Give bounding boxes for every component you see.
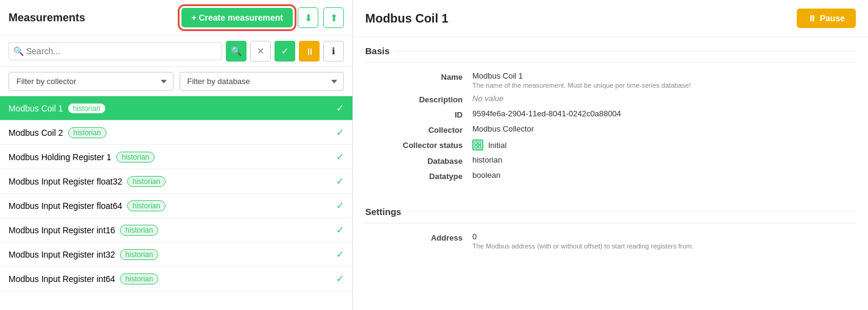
filter-collector-select[interactable]: Filter by collector: [9, 72, 173, 91]
id-value: 9594fe6a-2904-11ed-8041-0242c0a88004: [472, 109, 856, 118]
check-icon: ✓: [336, 127, 344, 138]
address-value-wrap: 0 The Modbus address (with or without of…: [472, 232, 856, 250]
measurements-list: Modbus Coil 1historian✓Modbus Coil 2hist…: [0, 96, 352, 310]
check-icon: ✓: [336, 175, 344, 187]
collector-label: Collector: [365, 124, 463, 135]
select-all-icon: ✓: [281, 46, 289, 57]
measurement-item[interactable]: Modbus Input Register float64historian✓: [0, 194, 352, 218]
settings-section-header: Settings: [365, 198, 856, 224]
left-header: Measurements + Create measurement ⬇ ⬆: [0, 0, 352, 36]
pause-label: Pause: [820, 13, 845, 23]
measurement-name: Modbus Input Register float64: [9, 201, 122, 211]
create-measurement-button[interactable]: + Create measurement: [181, 8, 293, 27]
collector-status-value: Initial: [488, 141, 506, 150]
search-button[interactable]: 🔍: [226, 41, 247, 62]
address-subtext: The Modbus address (with or without offs…: [472, 242, 856, 250]
clear-icon: ✕: [257, 46, 265, 57]
measurement-name: Modbus Holding Register 1: [9, 152, 111, 162]
name-label: Name: [365, 71, 463, 82]
collector-field-row: Collector Modbus Collector: [365, 124, 856, 135]
description-field-row: Description No value: [365, 94, 856, 104]
check-icon: ✓: [336, 200, 344, 211]
check-icon: ✓: [336, 224, 344, 236]
name-value-wrap: Modbus Coil 1 The name of the measuremen…: [472, 71, 856, 89]
measurement-item[interactable]: Modbus Holding Register 1historian✓: [0, 145, 352, 169]
check-icon: ✓: [336, 102, 344, 114]
export-button[interactable]: ⬇: [298, 7, 318, 28]
address-value: 0: [472, 232, 856, 241]
historian-badge: historian: [127, 176, 166, 187]
pause-all-icon: ⏸: [305, 46, 314, 57]
filter-database-select[interactable]: Filter by database: [180, 72, 345, 91]
historian-badge: historian: [120, 225, 158, 236]
collector-status-label: Collector status: [365, 139, 463, 150]
info-icon: ℹ: [332, 46, 335, 57]
right-header: Modbus Coil 1 ⏸ Pause: [353, 0, 868, 37]
info-button[interactable]: ℹ: [323, 41, 344, 62]
detail-title: Modbus Coil 1: [365, 12, 449, 26]
left-panel: Measurements + Create measurement ⬇ ⬆ 🔍 …: [0, 0, 353, 310]
name-subtext: The name of the measurement. Must be uni…: [472, 82, 856, 89]
measurement-item[interactable]: Modbus Input Register float32historian✓: [0, 169, 352, 194]
collector-status-wrap: Initial: [472, 139, 856, 150]
search-row: 🔍 🔍 ✕ ✓ ⏸ ℹ: [0, 36, 352, 67]
measurement-item[interactable]: Modbus Coil 2historian✓: [0, 121, 352, 145]
datatype-value: boolean: [472, 171, 856, 180]
select-all-button[interactable]: ✓: [275, 41, 295, 62]
search-icon: 🔍: [13, 46, 24, 56]
pause-button[interactable]: ⏸ Pause: [797, 9, 856, 28]
address-label: Address: [365, 232, 463, 242]
measurement-name: Modbus Input Register float32: [9, 177, 122, 186]
collector-value: Modbus Collector: [472, 124, 856, 133]
measurement-item[interactable]: Modbus Coil 1historian✓: [0, 96, 352, 121]
clear-search-button[interactable]: ✕: [250, 41, 271, 62]
database-value: historian: [472, 155, 856, 164]
database-label: Database: [365, 155, 463, 166]
settings-section-title: Settings: [365, 206, 401, 217]
filter-row: Filter by collector Filter by database: [0, 67, 352, 96]
settings-section: Settings Address 0 The Modbus address (w…: [353, 198, 868, 267]
basis-section: Basis Name Modbus Coil 1 The name of the…: [353, 37, 868, 198]
measurement-name: Modbus Input Register int64: [9, 274, 115, 284]
historian-badge: historian: [120, 249, 158, 260]
name-value: Modbus Coil 1: [472, 71, 856, 80]
historian-badge: historian: [68, 127, 107, 138]
historian-badge: historian: [127, 200, 166, 211]
import-icon: ⬆: [330, 12, 338, 24]
historian-badge: historian: [116, 152, 155, 163]
historian-badge: historian: [120, 273, 158, 284]
measurement-name: Modbus Input Register int32: [9, 250, 115, 259]
search-button-icon: 🔍: [231, 46, 242, 57]
svg-rect-0: [475, 142, 477, 144]
pause-all-button[interactable]: ⏸: [299, 41, 320, 62]
check-icon: ✓: [336, 151, 344, 163]
svg-rect-1: [478, 142, 481, 144]
check-icon: ✓: [336, 248, 344, 260]
historian-badge: historian: [68, 104, 105, 113]
measurement-name: Modbus Coil 2: [9, 128, 63, 138]
name-field-row: Name Modbus Coil 1 The name of the measu…: [365, 71, 856, 89]
measurements-title: Measurements: [9, 12, 177, 24]
svg-rect-2: [475, 146, 477, 148]
description-label: Description: [365, 94, 463, 104]
search-wrap: 🔍: [9, 42, 222, 60]
id-label: ID: [365, 109, 463, 119]
database-field-row: Database historian: [365, 155, 856, 166]
datatype-label: Datatype: [365, 171, 463, 181]
datatype-field-row: Datatype boolean: [365, 171, 856, 181]
basis-section-header: Basis: [365, 37, 856, 63]
measurement-item[interactable]: Modbus Input Register int32historian✓: [0, 242, 352, 267]
status-icon: [472, 139, 483, 150]
measurement-name: Modbus Input Register int16: [9, 225, 115, 235]
measurement-name: Modbus Coil 1: [9, 104, 63, 113]
import-button[interactable]: ⬆: [323, 7, 344, 28]
pause-icon: ⏸: [808, 13, 816, 23]
check-icon: ✓: [336, 273, 344, 284]
address-field-row: Address 0 The Modbus address (with or wi…: [365, 232, 856, 250]
svg-rect-3: [478, 146, 481, 148]
measurement-item[interactable]: Modbus Input Register int64historian✓: [0, 267, 352, 291]
right-panel: Modbus Coil 1 ⏸ Pause Basis Name Modbus …: [353, 0, 868, 310]
measurement-item[interactable]: Modbus Input Register int16historian✓: [0, 218, 352, 242]
search-input[interactable]: [9, 42, 222, 60]
description-value: No value: [472, 94, 856, 103]
